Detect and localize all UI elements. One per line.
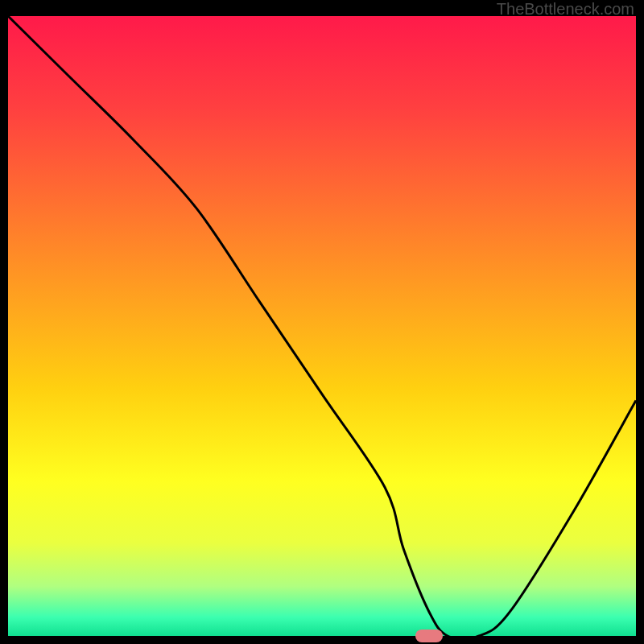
chart-plot-area <box>8 16 636 636</box>
optimal-point-marker <box>415 630 443 642</box>
curve-svg <box>8 16 636 636</box>
bottleneck-curve-path <box>8 16 636 636</box>
